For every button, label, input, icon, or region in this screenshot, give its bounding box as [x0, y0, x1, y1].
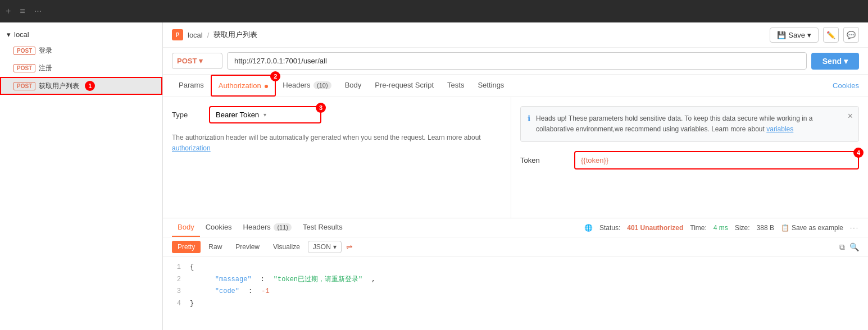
format-select[interactable]: JSON ▾	[308, 241, 342, 253]
bottom-tab-body-label: Body	[178, 223, 194, 231]
info-icon: ℹ	[528, 114, 530, 135]
request-header: P local / 获取用户列表 💾 Save ▾ ✏️ 💬	[163, 22, 868, 48]
code-line-1: 1 {	[172, 262, 859, 274]
sidebar-group-header[interactable]: ▾ local	[0, 27, 162, 42]
resp-tab-raw[interactable]: Raw	[203, 241, 228, 253]
save-button[interactable]: 💾 Save ▾	[770, 27, 819, 43]
bottom-tab-body[interactable]: Body	[172, 218, 200, 237]
status-code: 401 Unauthorized	[627, 224, 683, 232]
send-button[interactable]: Send ▾	[811, 53, 859, 70]
tab-settings[interactable]: Settings	[471, 75, 511, 96]
sidebar-item-register[interactable]: POST 注册	[0, 59, 162, 77]
tab-body-label: Body	[345, 81, 362, 89]
more-options-icon[interactable]: ···	[850, 224, 859, 232]
variables-link[interactable]: variables	[766, 125, 793, 133]
more-icon[interactable]: ···	[34, 6, 42, 16]
line-num-2: 2	[172, 274, 181, 286]
code-key-code: "code"	[215, 286, 239, 298]
tab-params-label: Params	[179, 81, 204, 89]
breadcrumb-sep: /	[207, 31, 210, 39]
tab-tests-label: Tests	[447, 81, 464, 89]
badge-1: 1	[85, 81, 95, 91]
globe-icon: 🌐	[584, 224, 593, 232]
code-comma-1: ,	[371, 274, 375, 286]
tab-authorization[interactable]: Authorization 2	[211, 75, 276, 97]
token-input[interactable]	[575, 152, 858, 168]
resp-tab-preview[interactable]: Preview	[230, 241, 265, 253]
save-icon: 💾	[777, 31, 786, 39]
close-info-button[interactable]: ×	[848, 111, 853, 121]
add-icon[interactable]: +	[6, 6, 11, 16]
resp-tab-pretty-label: Pretty	[178, 243, 195, 251]
token-label: Token	[520, 156, 565, 164]
comment-icon-button[interactable]: 💬	[843, 27, 859, 43]
filter-icon[interactable]: ⇌	[346, 242, 353, 251]
type-value: Bearer Token	[216, 111, 259, 119]
resp-right-icons: ⧉ 🔍	[839, 242, 859, 252]
menu-icon[interactable]: ≡	[20, 6, 25, 16]
bottom-tab-headers-label: Headers	[243, 223, 271, 231]
bottom-headers-badge: (11)	[274, 223, 292, 231]
time-label: Time:	[690, 224, 707, 232]
save-example-button[interactable]: 📋 Save as example	[781, 224, 843, 232]
sidebar-item-users[interactable]: POST 获取用户列表 1	[0, 77, 162, 95]
url-input[interactable]	[227, 52, 807, 70]
auth-note-text: The authorization header will be automat…	[172, 134, 481, 141]
resp-tab-visualize[interactable]: Visualize	[267, 241, 306, 253]
code-brace-close: }	[190, 298, 194, 310]
code-val-code: -1	[261, 286, 269, 298]
code-colon-1: :	[261, 274, 265, 286]
tab-prerequest-label: Pre-request Script	[375, 81, 434, 89]
token-input-wrapper: 4	[574, 151, 859, 169]
resp-tab-visualize-label: Visualize	[273, 243, 300, 251]
method-select[interactable]: POST ▾	[172, 53, 222, 69]
line-num-1: 1	[172, 262, 181, 274]
resp-tab-pretty[interactable]: Pretty	[172, 241, 201, 253]
sidebar-group-label: local	[14, 30, 29, 39]
tab-params[interactable]: Params	[172, 75, 211, 96]
cookies-link[interactable]: Cookies	[833, 81, 859, 90]
bottom-tab-testresults[interactable]: Test Results	[297, 218, 348, 237]
authorization-link[interactable]: authorization	[172, 144, 211, 152]
sidebar-group-local: ▾ local POST 登录 POST 注册 POST 获取用户列表 1	[0, 22, 162, 99]
top-bar: + ≡ ···	[0, 0, 868, 22]
type-select[interactable]: Bearer Token ▾ 3	[209, 106, 321, 123]
code-colon-2: :	[248, 286, 252, 298]
code-brace-open: {	[190, 262, 194, 274]
tab-prerequest[interactable]: Pre-request Script	[368, 75, 440, 96]
tab-authorization-label: Authorization	[219, 81, 261, 90]
edit-icon-button[interactable]: ✏️	[823, 27, 839, 43]
size-value: 388 B	[757, 224, 774, 232]
size-label: Size:	[735, 224, 750, 232]
tab-settings-label: Settings	[478, 81, 504, 89]
method-label: POST	[177, 57, 197, 65]
tab-body[interactable]: Body	[338, 75, 369, 96]
tab-headers-label: Headers	[283, 81, 310, 89]
line-num-4: 4	[172, 298, 181, 310]
sidebar-item-login[interactable]: POST 登录	[0, 42, 162, 59]
type-select-arrow: ▾	[263, 112, 266, 118]
format-dropdown-icon: ▾	[333, 243, 337, 251]
type-row: Type Bearer Token ▾ 3	[172, 106, 502, 123]
bottom-tab-cookies-label: Cookies	[206, 223, 232, 231]
token-row: Token 4	[520, 151, 859, 169]
send-label: Send	[822, 57, 842, 66]
line-num-3: 3	[172, 286, 181, 298]
tab-headers[interactable]: Headers (10)	[276, 75, 338, 96]
auth-right-panel: ℹ Heads up! These parameters hold sensit…	[511, 97, 868, 218]
badge-4: 4	[853, 148, 864, 158]
code-val-massage: "token已过期，请重新登录"	[274, 274, 362, 286]
breadcrumb-env: local	[188, 31, 203, 39]
bottom-tab-headers[interactable]: Headers (11)	[238, 218, 297, 237]
resp-tab-preview-label: Preview	[235, 243, 260, 251]
save-example-label: Save as example	[792, 224, 843, 232]
copy-icon[interactable]: ⧉	[839, 242, 845, 252]
resp-tab-raw-label: Raw	[208, 243, 222, 251]
auth-note: The authorization header will be automat…	[172, 132, 502, 154]
method-badge-post: POST	[13, 64, 35, 72]
tab-tests[interactable]: Tests	[440, 75, 471, 96]
badge-3: 3	[316, 103, 326, 113]
save-label: Save	[788, 31, 805, 39]
bottom-tab-cookies[interactable]: Cookies	[200, 218, 238, 237]
search-icon[interactable]: 🔍	[849, 242, 859, 252]
